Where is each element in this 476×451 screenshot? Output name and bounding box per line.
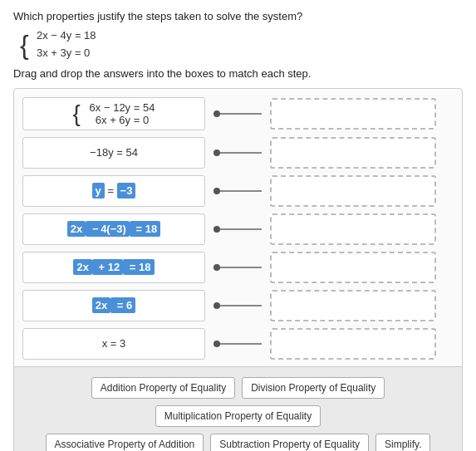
connector-4: [213, 226, 262, 233]
dot-4: [213, 226, 220, 233]
step-expr-3: y = −3: [22, 175, 205, 207]
line-4: [220, 228, 262, 230]
line-1: [220, 113, 262, 115]
drop-box-3[interactable]: [270, 175, 436, 207]
chip-subtraction[interactable]: Subtraction Property of Equality: [210, 434, 369, 451]
step-row-6: 2x = 6: [22, 290, 454, 321]
drop-box-5[interactable]: [270, 252, 436, 283]
dot-1: [213, 110, 220, 117]
question-text: Which properties justify the steps taken…: [13, 10, 463, 22]
drop-box-1[interactable]: [270, 98, 436, 130]
line-5: [220, 267, 262, 268]
step4-part2: − 4(−3): [86, 221, 130, 237]
answers-row-1: Addition Property of Equality Division P…: [22, 377, 454, 427]
step-expr-4: 2x − 4(−3) = 18: [22, 213, 205, 245]
step1-brace: {: [73, 102, 81, 125]
step-expr-5: 2x + 12 = 18: [22, 252, 205, 283]
step3-part1: y: [92, 183, 105, 199]
drop-box-4[interactable]: [270, 213, 436, 245]
chip-simplify[interactable]: Simplify.: [375, 434, 430, 451]
step-expr-7: x = 3: [22, 328, 205, 360]
brace-symbol: {: [20, 32, 29, 58]
dot-7: [213, 341, 220, 347]
connector-3: [213, 188, 262, 194]
step-row-1: { 6x − 12y = 54 6x + 6y = 0: [22, 97, 454, 130]
step3-eq: =: [105, 184, 117, 197]
drop-box-2[interactable]: [270, 137, 436, 169]
connector-5: [213, 264, 262, 271]
step-expr-1: { 6x − 12y = 54 6x + 6y = 0: [22, 97, 205, 130]
step4-part3: = 18: [130, 221, 160, 237]
connector-1: [213, 110, 262, 117]
line-7: [220, 343, 262, 345]
drag-instruction: Drag and drop the answers into the boxes…: [13, 67, 463, 80]
dot-3: [213, 188, 220, 194]
dot-5: [213, 264, 220, 271]
step6-part1: 2x: [92, 297, 110, 313]
connector-2: [213, 150, 262, 156]
main-area: { 6x − 12y = 54 6x + 6y = 0 −18y = 54 y: [13, 88, 463, 451]
drop-box-7[interactable]: [270, 328, 436, 360]
step-row-4: 2x − 4(−3) = 18: [22, 213, 454, 245]
system-eq2: 3x + 3y = 0: [37, 45, 96, 62]
step-row-2: −18y = 54: [22, 137, 454, 169]
line-3: [220, 190, 262, 192]
chip-division[interactable]: Division Property of Equality: [242, 377, 385, 399]
system-equations: { 2x − 4y = 18 3x + 3y = 0: [20, 27, 463, 62]
step6-part2: = 6: [110, 297, 135, 313]
line-2: [220, 152, 262, 154]
answers-area: Addition Property of Equality Division P…: [14, 366, 462, 451]
step4-part1: 2x: [67, 221, 86, 237]
dot-2: [213, 150, 220, 156]
step-row-3: y = −3: [22, 175, 454, 207]
step5-part2: + 12: [92, 259, 123, 275]
line-6: [220, 305, 262, 306]
step2-text: −18y = 54: [90, 146, 138, 159]
step-row-7: x = 3: [22, 328, 454, 360]
step3-part2: −3: [117, 183, 136, 199]
chip-associative[interactable]: Associative Property of Addition: [46, 434, 204, 451]
connector-6: [213, 302, 262, 309]
step-expr-2: −18y = 54: [22, 137, 205, 169]
step1-line2: 6x + 6y = 0: [90, 114, 155, 126]
step5-part1: 2x: [73, 259, 91, 275]
step5-part3: = 18: [123, 259, 154, 275]
drop-box-6[interactable]: [270, 290, 436, 321]
step1-line1: 6x − 12y = 54: [90, 101, 155, 114]
step-row-5: 2x + 12 = 18: [22, 252, 454, 283]
answers-row-2: Associative Property of Addition Subtrac…: [22, 434, 454, 451]
step7-text: x = 3: [102, 337, 126, 350]
step-expr-6: 2x = 6: [22, 290, 205, 321]
chip-addition[interactable]: Addition Property of Equality: [91, 377, 235, 399]
connector-7: [213, 341, 262, 347]
system-eq1: 2x − 4y = 18: [37, 27, 96, 45]
chip-multiplication[interactable]: Multiplication Property of Equality: [155, 405, 321, 427]
dot-6: [213, 302, 220, 309]
